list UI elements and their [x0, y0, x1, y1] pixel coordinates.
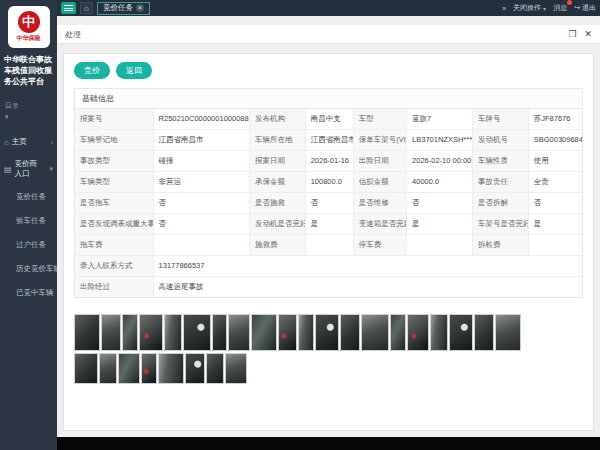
- vehicle-photo-thumbnail[interactable]: [474, 314, 494, 351]
- field-value: 2026-02-10 00:00:00: [407, 151, 473, 171]
- field-value: 苏JF87676: [529, 109, 582, 129]
- close-icon[interactable]: ✕: [584, 29, 592, 39]
- vehicle-photo-thumbnail[interactable]: [141, 353, 157, 384]
- field-label: 车辆登记地: [75, 130, 154, 150]
- field-label: 变速箱是否完好: [354, 214, 407, 234]
- vehicle-photo-thumbnail[interactable]: [164, 314, 182, 351]
- field-label: 保单车架号(VIN码): [354, 130, 407, 150]
- copy-icon[interactable]: ❐: [568, 29, 576, 39]
- form-row: 事故类型碰撞报案日期2026-01-16出险日期2026-02-10 00:00…: [75, 151, 582, 172]
- field-value: 否: [154, 193, 250, 213]
- sidebar-subitem-1[interactable]: 验车任务: [0, 209, 57, 233]
- sidebar-subitem-0[interactable]: 竞价任务: [0, 185, 57, 209]
- sidebar-subitem-4[interactable]: 已竞中车辆: [0, 281, 57, 305]
- sidebar-subitem-2[interactable]: 过户任务: [0, 233, 57, 257]
- field-label: 车型: [354, 109, 407, 129]
- vehicle-photo-thumbnail[interactable]: [228, 314, 250, 351]
- vehicle-photo-thumbnail[interactable]: [340, 314, 360, 351]
- sidebar-nav: ⌂ 主页 ‹ ▤ 竞价商入口 ▾ 竞价任务验车任务过户任务历史竞价车辆已竞中车辆: [0, 131, 57, 305]
- vehicle-photo-thumbnail[interactable]: [407, 314, 429, 351]
- vehicle-photo-thumbnail[interactable]: [101, 314, 121, 351]
- hamburger-menu-button[interactable]: [61, 2, 76, 14]
- field-label: 拆检费: [473, 235, 529, 255]
- field-value: 否: [154, 214, 250, 234]
- sidebar-item-label: 主页: [12, 137, 27, 147]
- photo-row-2: [74, 353, 583, 384]
- sidebar-item-home[interactable]: ⌂ 主页 ‹: [0, 131, 57, 153]
- vehicle-photo-thumbnail[interactable]: [212, 314, 227, 351]
- tab-close-icon[interactable]: ✕: [136, 4, 144, 12]
- bid-button[interactable]: 竞价: [74, 62, 110, 79]
- vehicle-photo-thumbnail[interactable]: [118, 353, 140, 384]
- field-label: 事故类型: [75, 151, 154, 171]
- field-value: [529, 235, 582, 255]
- field-value: 使用: [529, 151, 582, 171]
- collapse-icon[interactable]: ‹: [51, 139, 53, 146]
- field-value: [154, 235, 250, 255]
- close-operations-label: 关闭操作: [513, 3, 541, 13]
- sidebar-submenu: 竞价任务验车任务过户任务历史竞价车辆已竞中车辆: [0, 185, 57, 305]
- field-label: 报案号: [75, 109, 154, 129]
- menu-caret-icon[interactable]: ▾: [0, 111, 57, 121]
- field-label: 是否拖车: [75, 193, 154, 213]
- field-label: 估损金额: [354, 172, 407, 192]
- field-label: 出险日期: [354, 151, 407, 171]
- home-tab[interactable]: ⌂: [80, 2, 93, 14]
- field-value: 是: [529, 214, 582, 234]
- vehicle-photo-thumbnail[interactable]: [185, 353, 205, 384]
- vehicle-photo-thumbnail[interactable]: [361, 314, 389, 351]
- main-area: ⌂ 竞价任务 ✕ » 关闭操作 ▾ 消息 ↪ 退出: [57, 0, 600, 450]
- field-value: 全责: [529, 172, 582, 192]
- vehicle-photo-thumbnail[interactable]: [278, 314, 297, 351]
- vehicle-photo-thumbnail[interactable]: [99, 353, 117, 384]
- form-row: 录入人联系方式13177866537: [75, 256, 582, 277]
- toolbar-actions: ❐ ✕: [568, 29, 592, 39]
- field-label: 事故责任: [473, 172, 529, 192]
- messages-button[interactable]: 消息: [553, 3, 567, 13]
- tab-scroll-right-icon[interactable]: »: [502, 5, 506, 12]
- vehicle-photo-thumbnail[interactable]: [298, 314, 314, 351]
- form-row: 报案号R250210C00000010000881213发布机构南昌中支车型蓝旗…: [75, 109, 582, 130]
- vehicle-photo-thumbnail[interactable]: [206, 353, 224, 384]
- vehicle-photo-thumbnail[interactable]: [251, 314, 277, 351]
- vehicle-photo-thumbnail[interactable]: [122, 314, 138, 351]
- chevron-down-icon: ▾: [49, 165, 53, 173]
- field-value: 否: [306, 193, 354, 213]
- vehicle-photo-thumbnail[interactable]: [495, 314, 521, 351]
- field-value: 碰撞: [154, 151, 250, 171]
- vehicle-photo-thumbnail[interactable]: [315, 314, 339, 351]
- logo-text: 中华保险: [17, 34, 41, 43]
- field-value: 否: [407, 193, 473, 213]
- field-label: 车辆所在地: [250, 130, 306, 150]
- tab-bidding-task[interactable]: 竞价任务 ✕: [97, 2, 150, 15]
- field-label: 发动机是否完好: [250, 214, 306, 234]
- field-label: 是否拆解: [473, 193, 529, 213]
- field-label: 施救费: [250, 235, 306, 255]
- sidebar: 中 中华保险 中华联合事故车残值回收服务公共平台 目录 ▾ ⌂ 主页 ‹ ▤ 竞…: [0, 0, 57, 450]
- vehicle-photo-thumbnail[interactable]: [449, 314, 473, 351]
- vehicle-photo-thumbnail[interactable]: [139, 314, 163, 351]
- basic-info-section: 基础信息 报案号R250210C00000010000881213发布机构南昌中…: [74, 88, 583, 298]
- field-label: 出险经过: [75, 277, 154, 297]
- platform-title: 中华联合事故车残值回收服务公共平台: [0, 48, 57, 87]
- back-button[interactable]: 返回: [116, 62, 152, 79]
- company-logo: 中 中华保险: [8, 6, 50, 48]
- logout-button[interactable]: ↪ 退出: [574, 3, 596, 13]
- field-value: SBG00309684: [529, 130, 582, 150]
- vehicle-photo-thumbnail[interactable]: [158, 353, 184, 384]
- home-icon: ⌂: [4, 138, 9, 147]
- sidebar-subitem-3[interactable]: 历史竞价车辆: [0, 257, 57, 281]
- vehicle-photo-thumbnail[interactable]: [74, 353, 98, 384]
- sidebar-group-bidder-entrance[interactable]: ▤ 竞价商入口 ▾: [0, 153, 57, 185]
- vehicle-photo-thumbnail[interactable]: [74, 314, 100, 351]
- form-row: 是否发现调表或重大事故痕迹否发动机是否完好是变速箱是否完好是车架号是否完好是: [75, 214, 582, 235]
- field-value: R250210C00000010000881213: [154, 109, 250, 129]
- logout-label: 退出: [582, 3, 596, 13]
- field-value: 否: [529, 193, 582, 213]
- vehicle-photo-thumbnail[interactable]: [225, 353, 247, 384]
- form-row: 出险经过高速追尾事故: [75, 277, 582, 297]
- vehicle-photo-thumbnail[interactable]: [390, 314, 406, 351]
- close-operations-dropdown[interactable]: 关闭操作 ▾: [513, 3, 546, 13]
- vehicle-photo-thumbnail[interactable]: [430, 314, 448, 351]
- vehicle-photo-thumbnail[interactable]: [183, 314, 211, 351]
